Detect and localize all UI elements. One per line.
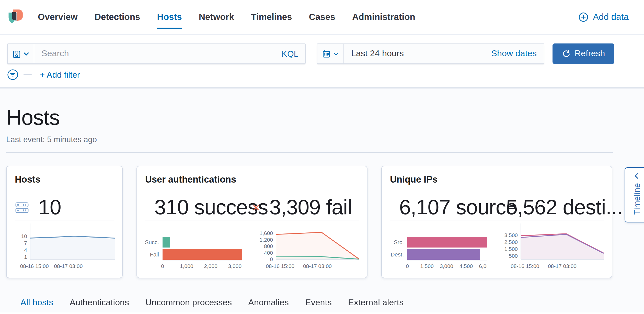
nav-item-network[interactable]: Network xyxy=(199,12,234,23)
nav-item-hosts[interactable]: Hosts xyxy=(157,12,182,23)
kpi-cards-row: Hosts 10 1074108-16 15:0008-17 03: xyxy=(6,166,613,278)
search-box: KQL xyxy=(7,43,306,64)
hosts-sparkline-chart: 1074108-16 15:0008-17 03:00 xyxy=(15,223,115,270)
chevron-left-icon xyxy=(634,173,640,179)
tab-all-hosts[interactable]: All hosts xyxy=(20,292,53,313)
svg-text:1,500: 1,500 xyxy=(504,246,518,252)
svg-text:08-17 03:00: 08-17 03:00 xyxy=(548,263,577,269)
tab-anomalies[interactable]: Anomalies xyxy=(248,292,289,313)
card-divider xyxy=(15,220,114,220)
auth-bar-chart: Succ.Fail01,0002,0003,000 xyxy=(145,223,242,270)
svg-text:08-17 03:00: 08-17 03:00 xyxy=(303,263,332,269)
filter-circle-icon[interactable] xyxy=(7,69,18,80)
plus-circle-icon xyxy=(579,12,588,22)
bar-src xyxy=(407,237,487,248)
svg-text:Fail: Fail xyxy=(150,251,159,258)
chevron-down-icon xyxy=(333,51,339,56)
svg-text:6,000: 6,000 xyxy=(479,263,487,269)
chevron-down-icon xyxy=(24,51,29,56)
filter-divider-dash xyxy=(24,74,32,75)
refresh-button[interactable]: Refresh xyxy=(553,43,614,64)
svg-text:4,500: 4,500 xyxy=(459,263,473,269)
tab-authentications[interactable]: Authentications xyxy=(70,292,129,313)
svg-text:08-17 03:00: 08-17 03:00 xyxy=(54,263,83,269)
svg-text:4: 4 xyxy=(24,247,27,253)
svg-text:2,500: 2,500 xyxy=(504,239,518,245)
kql-language-button[interactable]: KQL xyxy=(275,49,305,59)
refresh-label: Refresh xyxy=(574,49,605,59)
storage-icon xyxy=(15,200,29,215)
svg-text:1,000: 1,000 xyxy=(180,263,193,269)
show-dates-button[interactable]: Show dates xyxy=(491,49,544,59)
nav-item-overview[interactable]: Overview xyxy=(38,12,78,23)
query-bar: KQL Last 24 hours Show dat xyxy=(0,35,644,64)
cross-icon xyxy=(252,203,260,211)
security-app-logo xyxy=(6,8,24,26)
hosts-count-value: 10 xyxy=(38,195,61,219)
search-input[interactable] xyxy=(34,44,275,63)
ips-sparkline-chart: 3,5002,5001,50050008-16 15:0008-17 03:00 xyxy=(501,223,604,270)
unique-ips-kpi-card: Unique IPs 6,107 source xyxy=(381,166,612,278)
svg-text:0: 0 xyxy=(406,263,409,269)
nav-item-detections[interactable]: Detections xyxy=(95,12,140,23)
hosts-kpi-card: Hosts 10 1074108-16 15:0008-17 03: xyxy=(6,166,123,278)
svg-text:08-16 15:00: 08-16 15:00 xyxy=(511,263,539,269)
destination-ips-stat: 5,562 desti... xyxy=(497,195,604,219)
timeline-label: Timeline xyxy=(632,183,642,215)
tab-events[interactable]: Events xyxy=(305,292,332,313)
page-title: Hosts xyxy=(6,105,644,130)
bar-dest xyxy=(407,249,480,260)
tab-uncommon-processes[interactable]: Uncommon processes xyxy=(145,292,232,313)
title-divider xyxy=(6,152,613,153)
fail-area xyxy=(276,232,359,259)
bar-fail xyxy=(163,249,242,260)
card-title: Unique IPs xyxy=(390,174,604,185)
user-authentications-kpi-card: User authentications 310 success 3,309 f… xyxy=(136,166,367,278)
svg-text:7: 7 xyxy=(24,240,27,246)
date-range-value[interactable]: Last 24 hours xyxy=(344,49,404,59)
svg-text:2,000: 2,000 xyxy=(204,263,217,269)
hosts-tabs: All hosts Authentications Uncommon proce… xyxy=(20,292,644,313)
timeline-flyout-toggle[interactable]: Timeline xyxy=(625,167,644,222)
last-event-text: Last event: 5 minutes ago xyxy=(6,135,644,144)
svg-text:800: 800 xyxy=(264,243,273,249)
hosts-area xyxy=(30,236,115,259)
ips-bar-chart: Src.Dest.01,5003,0004,5006,000 xyxy=(390,223,487,270)
add-filter-button[interactable]: + Add filter xyxy=(40,70,80,80)
svg-text:1,500: 1,500 xyxy=(420,263,434,269)
svg-text:0: 0 xyxy=(270,256,273,262)
hosts-page: Hosts Last event: 5 minutes ago Hosts 10 xyxy=(0,88,644,312)
date-picker: Last 24 hours Show dates xyxy=(317,43,544,64)
primary-nav: Overview Detections Hosts Network Timeli… xyxy=(38,12,415,23)
card-title: User authentications xyxy=(145,174,359,185)
svg-text:0: 0 xyxy=(161,263,164,269)
nav-item-cases[interactable]: Cases xyxy=(309,12,335,23)
tab-external-alerts[interactable]: External alerts xyxy=(348,292,404,313)
save-icon xyxy=(12,49,21,58)
refresh-icon xyxy=(562,49,570,58)
top-navigation: Overview Detections Hosts Network Timeli… xyxy=(0,0,644,35)
card-divider xyxy=(145,220,359,220)
nav-item-timelines[interactable]: Timelines xyxy=(251,12,292,23)
add-data-button[interactable]: Add data xyxy=(579,12,629,23)
saved-query-menu-button[interactable] xyxy=(8,44,34,63)
svg-text:1,200: 1,200 xyxy=(259,237,273,243)
svg-text:08-16 15:00: 08-16 15:00 xyxy=(266,263,294,269)
svg-text:1,600: 1,600 xyxy=(259,230,273,236)
date-quick-select-button[interactable] xyxy=(317,44,344,63)
svg-text:Succ.: Succ. xyxy=(145,239,159,245)
calendar-icon xyxy=(322,49,331,58)
auth-success-value: 310 success xyxy=(154,195,268,219)
svg-text:3,500: 3,500 xyxy=(504,232,518,238)
auth-fail-value: 3,309 fail xyxy=(269,195,352,219)
hosts-count-stat: 10 xyxy=(15,195,114,219)
nav-item-administration[interactable]: Administration xyxy=(352,12,415,23)
svg-text:Src.: Src. xyxy=(394,239,404,245)
auth-sparkline-chart: 1,6001,200800400008-16 15:0008-17 03:00 xyxy=(257,223,359,270)
destination-ips-value: 5,562 desti... xyxy=(506,195,623,219)
svg-text:3,000: 3,000 xyxy=(228,263,242,269)
source-ips-stat: 6,107 source xyxy=(390,195,497,219)
svg-text:10: 10 xyxy=(21,233,27,239)
svg-text:400: 400 xyxy=(264,250,273,256)
svg-text:08-16 15:00: 08-16 15:00 xyxy=(20,263,49,269)
